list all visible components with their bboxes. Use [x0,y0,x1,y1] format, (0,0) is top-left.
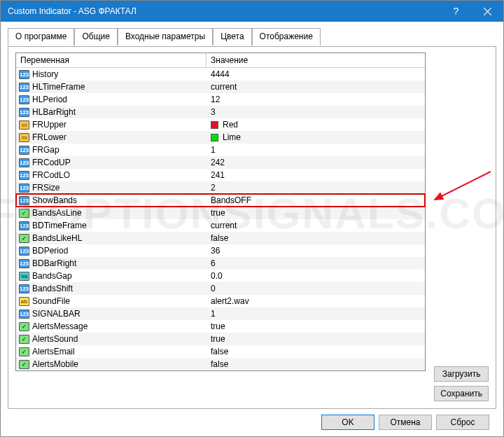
column-header-value[interactable]: Значение [206,53,425,67]
dialog-footer: OK Отмена Сброс [8,409,496,430]
param-name: BandsGap [32,271,72,281]
param-value-cell[interactable]: false [206,347,425,356]
load-button[interactable]: Загрузить [434,366,489,382]
param-name-cell: ✓AlertsEmail [16,347,206,356]
param-value-cell[interactable]: 242 [206,158,425,167]
table-row[interactable]: ✓AlertsMessagetrue [16,320,425,333]
column-header-variable[interactable]: Переменная [16,53,206,67]
table-row[interactable]: 123BDBarRight6 [16,257,425,270]
bool-type-icon: ✓ [19,322,29,331]
param-value-cell[interactable]: 36 [206,246,425,256]
param-name: History [32,69,58,79]
param-value-cell[interactable]: 1 [206,145,425,155]
tab-4[interactable]: Отображение [252,28,321,46]
param-name: BDTimeFrame [32,221,87,230]
param-value-cell[interactable]: 0.0 [206,271,425,281]
param-value-cell[interactable]: 1 [206,309,425,319]
cancel-button[interactable]: Отмена [379,415,432,430]
table-row[interactable]: 123BDPeriod36 [16,244,425,257]
table-row[interactable]: 123FRGap1 [16,144,425,156]
bool-type-icon: ✓ [19,234,29,243]
table-row[interactable]: ▭FRUpperRed [16,118,425,131]
grid-header: Переменная Значение [16,53,425,68]
param-value: 36 [211,246,220,256]
param-value: 1 [211,145,216,155]
table-row[interactable]: 123History4444 [16,68,425,81]
table-row[interactable]: ✓AlertsEmailfalse [16,345,425,358]
param-name-cell: VaBandsGap [16,271,206,281]
int-type-icon: 123 [19,259,29,268]
param-value-cell[interactable]: 4444 [206,69,425,79]
table-row[interactable]: ✓BandsAsLinetrue [16,207,425,219]
close-button[interactable] [472,1,503,22]
param-value-cell[interactable]: current [206,221,425,230]
param-name: BandsShift [32,284,73,293]
param-value-cell[interactable]: true [206,334,425,344]
param-name: BDPeriod [32,246,68,256]
tab-2[interactable]: Входные параметры [118,28,213,46]
table-row[interactable]: 123FRCodLO241 [16,169,425,181]
bool-type-icon: ✓ [19,209,29,218]
color-swatch [211,121,218,129]
param-value-cell[interactable]: false [206,233,425,243]
param-name: AlertsMessage [32,321,88,331]
param-value-cell[interactable]: Lime [206,132,425,142]
param-value-cell[interactable]: 2 [206,183,425,193]
table-row[interactable]: ▭FRLowerLime [16,131,425,144]
tab-0[interactable]: О программе [8,28,74,46]
table-row[interactable]: 123HLTimeFramecurrent [16,81,425,93]
param-name-cell: ✓AlertsMessage [16,321,206,331]
table-row[interactable]: 123HLPeriod12 [16,93,425,106]
param-value: 12 [211,95,220,104]
bool-type-icon: ✓ [19,335,29,344]
param-value: false [211,359,228,369]
color-type-icon: ▭ [19,133,29,142]
param-name: SIGNALBAR [32,309,80,319]
bool-type-icon: ✓ [19,347,29,356]
table-row[interactable]: 123BDTimeFramecurrent [16,219,425,232]
tab-3[interactable]: Цвета [213,28,251,46]
table-row[interactable]: 123FRSize2 [16,181,425,194]
param-value: false [211,347,228,356]
double-type-icon: Va [19,272,29,281]
param-value-cell[interactable]: false [206,359,425,369]
help-button[interactable]: ? [440,1,472,22]
param-value-cell[interactable]: true [206,321,425,331]
param-value-cell[interactable]: 241 [206,170,425,180]
table-row[interactable]: 123FRCodUP242 [16,156,425,169]
param-value-cell[interactable]: 12 [206,95,425,104]
param-value: 242 [211,158,225,167]
param-name: AlertsEmail [32,347,75,356]
int-type-icon: 123 [19,247,29,256]
grid-body: 123History4444123HLTimeFramecurrent123HL… [16,68,425,370]
param-value-cell[interactable]: 0 [206,284,425,293]
param-name: BandsAsLine [32,208,82,218]
color-swatch [211,134,218,141]
param-name-cell: 123HLTimeFrame [16,82,206,92]
window-title: Custom Indicator - ASG ФРАКТАЛ [8,6,440,16]
param-name-cell: 123BDTimeFrame [16,221,206,230]
save-button[interactable]: Сохранить [434,386,489,401]
param-value-cell[interactable]: true [206,208,425,218]
param-value-cell[interactable]: 6 [206,258,425,268]
param-value-cell[interactable]: 3 [206,107,425,117]
table-row[interactable]: 123BandsShift0 [16,282,425,295]
table-row[interactable]: 123HLBarRight3 [16,106,425,118]
table-row[interactable]: ✓BandsLikeHLfalse [16,232,425,244]
param-name: FRGap [32,145,59,155]
table-row[interactable]: ✓AlertsSoundtrue [16,333,425,345]
table-row[interactable]: 123SIGNALBAR1 [16,307,425,320]
table-row[interactable]: ✓AlertsMobilefalse [16,358,425,370]
table-row[interactable]: 123ShowBandsBandsOFF [16,194,425,207]
table-row[interactable]: abSoundFilealert2.wav [16,295,425,307]
tab-1[interactable]: Общие [74,28,117,46]
param-value-cell[interactable]: Red [206,120,425,130]
ok-button[interactable]: OK [321,415,374,430]
param-value-cell[interactable]: current [206,82,425,92]
reset-button[interactable]: Сброс [436,415,489,430]
param-value-cell[interactable]: alert2.wav [206,296,425,306]
param-value-cell[interactable]: BandsOFF [206,195,425,205]
table-row[interactable]: VaBandsGap0.0 [16,270,425,282]
param-name: HLBarRight [32,107,76,117]
param-name-cell: ✓AlertsMobile [16,359,206,369]
